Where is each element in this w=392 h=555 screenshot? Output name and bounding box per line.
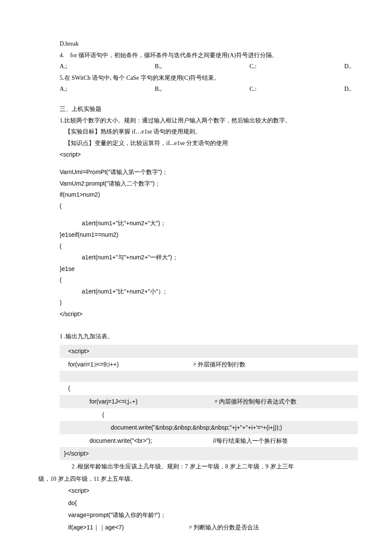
code2-r7a: document.write("<br>"); [68, 435, 213, 447]
code2-r2b: 〃外层循环控制行数 [192, 359, 245, 370]
code2-r5: ( [68, 409, 104, 421]
code2-r3: ( [68, 383, 70, 394]
code1-l13: ) [60, 297, 358, 308]
q5-text: 5.在 SWitCh 语句中, 每个 CaSe 字句的末尾使用(C)符号结束。 [60, 73, 358, 84]
code3-r2: do{ [68, 497, 77, 509]
ex1-text: 1 .输出九九加法表。 [60, 331, 358, 343]
code2-r2a: for(vari=1;i<=9;i++) [68, 359, 192, 370]
q4-options: A.; B., C.: D.. [60, 61, 358, 73]
code1-l9: a1ert(num1+"与"+num2+"一样大″)； [60, 252, 358, 263]
q4-text: 4. for 循环语句中，初始条件，循环条件与迭代条件之间要使用(A)符号进行分… [60, 50, 358, 61]
code1-l3: VarnUm2:prompt("请输入二个数字″)； [60, 178, 358, 189]
code1-l14: </script> [60, 308, 358, 320]
code1-l7: }e1seif(num1==num2) [60, 229, 358, 241]
code1-l2: VarnUmI=PromPt(″请输入第一个数字″)； [60, 166, 358, 178]
q5-opt-a: A.; [60, 84, 67, 95]
section3-p1: 1.比较两个数字的大小。规则：通过输入框让用户输入两个数字，然后输出较大的数字。 [60, 115, 358, 127]
code2-r1: <script> [68, 346, 192, 357]
code2-r4b: 〃内层循环控制每行表达式个数 [213, 396, 297, 407]
code2-r8: }</script> [64, 448, 89, 459]
q4-opt-c: C.: [249, 61, 257, 73]
q5-opt-b: B., [155, 84, 161, 95]
code2-r7b: //每行结束输入一个换行标签 [213, 435, 288, 447]
q4-opt-d: D.. [344, 61, 352, 73]
section3-title: 三、上机实验题 [60, 104, 358, 115]
q5-opt-d: D.. [344, 84, 352, 95]
code1-l10: }e1se [60, 263, 358, 275]
ex2-p1: 2 .根据年龄输出学生应该上几年级。规则：7 岁上一年级，8 岁上二年级，9 岁… [60, 461, 358, 473]
code2-r6: document.write("&nbsp;&nbsp;&nbsp;&nbsp;… [68, 422, 282, 433]
ex2-p2: 级，10 岁上四年级，11 岁上五年级。 [38, 474, 358, 485]
code-block-2: <script> for(vari=1;i<=9;i++)〃外层循环控制行数 (… [60, 345, 358, 460]
q4-opt-b: B., [155, 61, 161, 73]
code2-r4a: for(varj=1J<=i;j₊+) [68, 396, 213, 407]
code1-l11: ( [60, 274, 358, 286]
q5-opt-c: C.: [249, 84, 257, 95]
code-block-3: <script> do{ varage=prompt("请输入你的年龄!″)； … [60, 485, 358, 533]
code-block-1: <script> VarnUmI=PromPt(″请输入第一个数字″)； Var… [60, 149, 358, 320]
section3-goal: 【实验目标】熟练的掌握 if…e1se 语句的使用规则。 [60, 126, 358, 138]
code3-r4b: 〃判断输入的分数是否合法 [187, 522, 259, 533]
code1-l12: a1ert(num1+"比"+num2+"小"）; [60, 286, 358, 297]
section3-know: 【知识点】变量的定义，比较运算符，if...e1se 分支语句的使用 [60, 138, 358, 149]
code3-r4a: if(age>11｜｜age<7) [68, 522, 187, 533]
code1-l6: a1ert(num1+"比"+num2+"大″)； [60, 218, 358, 229]
code1-l5: ( [60, 200, 358, 212]
code3-r1: <script> [68, 485, 89, 497]
q3-option-d: D.break [60, 38, 358, 50]
code1-l4: if(num1>num2) [60, 189, 358, 200]
code1-l1: <script> [60, 149, 358, 160]
q4-opt-a: A.; [60, 61, 67, 73]
q5-options: A.; B., C.: D.. [60, 84, 358, 95]
code1-l8: ( [60, 241, 358, 252]
code3-r3: varage=prompt("请输入你的年龄!″)； [68, 509, 166, 521]
